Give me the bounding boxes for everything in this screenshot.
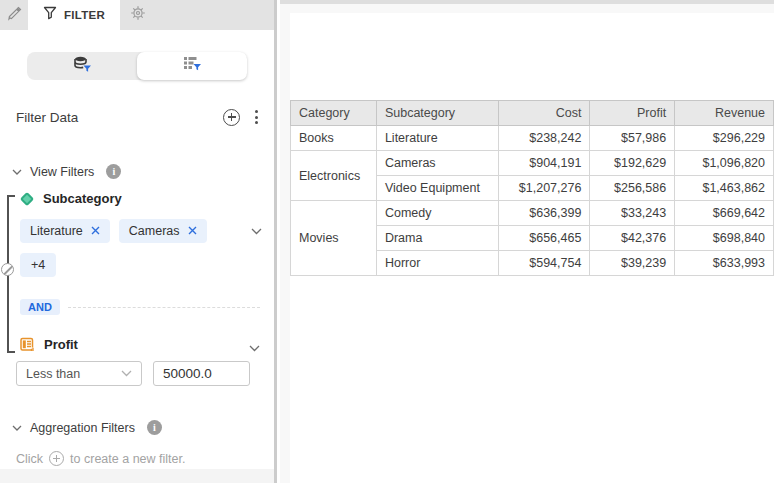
value-cell[interactable]: $238,242 — [498, 126, 590, 151]
dataset-filters-segment[interactable] — [27, 52, 137, 80]
aggregation-filters-header[interactable]: Aggregation Filters i — [0, 420, 274, 435]
pencil-icon — [7, 6, 22, 25]
dashboard-canvas: CategorySubcategoryCostProfitRevenue Boo… — [280, 0, 774, 483]
column-header[interactable]: Revenue — [675, 101, 774, 126]
chevron-down-icon — [12, 169, 22, 175]
view-filters-label: View Filters — [30, 165, 94, 179]
diamond-icon — [20, 191, 34, 205]
info-icon: i — [106, 164, 121, 179]
list-funnel-icon — [183, 56, 202, 76]
filter-scope-switch — [27, 52, 247, 80]
value-cell[interactable]: $42,376 — [590, 226, 675, 251]
widget-filters-segment[interactable] — [137, 52, 247, 80]
close-icon[interactable] — [91, 224, 100, 238]
column-header[interactable]: Category — [291, 101, 377, 126]
value-cell[interactable]: $1,096,820 — [675, 151, 774, 176]
chip-label: Cameras — [129, 224, 180, 238]
value-cell[interactable]: $57,986 — [590, 126, 675, 151]
column-header[interactable]: Subcategory — [376, 101, 498, 126]
info-icon: i — [147, 420, 162, 435]
value-cell[interactable]: $256,586 — [590, 176, 675, 201]
subcategory-cell[interactable]: Horror — [376, 251, 498, 276]
table-row: MoviesComedy$636,399$33,243$669,642 — [291, 201, 774, 226]
kebab-icon[interactable] — [253, 108, 260, 126]
chevron-down-icon — [12, 425, 22, 431]
hint-prefix: Click — [16, 452, 43, 466]
value-cell[interactable]: $39,239 — [590, 251, 675, 276]
tab-filter[interactable]: FILTER — [28, 0, 120, 30]
condition-select[interactable]: Less than — [16, 361, 142, 386]
subcategory-filter-header[interactable]: Subcategory — [20, 191, 262, 206]
chevron-down-icon[interactable] — [251, 228, 262, 235]
more-values-chip[interactable]: +4 — [20, 253, 56, 277]
category-cell[interactable]: Movies — [291, 201, 377, 276]
funnel-icon — [43, 6, 57, 24]
plus-circle-icon[interactable] — [49, 451, 64, 466]
tab-settings[interactable] — [120, 0, 156, 30]
value-cell[interactable]: $1,207,276 — [498, 176, 590, 201]
column-header[interactable]: Cost — [498, 101, 590, 126]
subcategory-chips: Literature Cameras — [20, 219, 262, 243]
value-cell[interactable]: $904,191 — [498, 151, 590, 176]
value-cell[interactable]: $633,993 — [675, 251, 774, 276]
value-cell[interactable]: $296,229 — [675, 126, 774, 151]
profit-filter-label: Profit — [44, 337, 78, 352]
filter-chip[interactable]: Cameras — [119, 219, 207, 243]
filter-value-input[interactable] — [153, 361, 250, 386]
table-header-row: CategorySubcategoryCostProfitRevenue — [291, 101, 774, 126]
filter-chip[interactable]: Literature — [20, 219, 110, 243]
chevron-down-icon — [121, 370, 132, 377]
aggregation-filters-label: Aggregation Filters — [30, 421, 135, 435]
filter-data-header: Filter Data — [0, 108, 274, 126]
database-funnel-icon — [73, 56, 92, 77]
table-widget[interactable]: CategorySubcategoryCostProfitRevenue Boo… — [290, 13, 774, 483]
column-header[interactable]: Profit — [590, 101, 675, 126]
view-filters-group: Subcategory Literature Cameras +4 — [0, 191, 274, 277]
value-cell[interactable]: $669,642 — [675, 201, 774, 226]
profit-filter: Profit — [0, 337, 274, 352]
gear-icon — [130, 5, 146, 25]
filter-sidebar: FILTER — [0, 0, 277, 483]
value-cell[interactable]: $698,840 — [675, 226, 774, 251]
data-table: CategorySubcategoryCostProfitRevenue Boo… — [290, 100, 774, 276]
value-cell[interactable]: $594,754 — [498, 251, 590, 276]
table-row: ElectronicsCameras$904,191$192,629$1,096… — [291, 151, 774, 176]
close-icon[interactable] — [188, 224, 197, 238]
value-cell[interactable]: $192,629 — [590, 151, 675, 176]
circle-slash-icon[interactable] — [1, 263, 14, 276]
sidebar-footer — [0, 469, 274, 483]
chevron-down-icon[interactable] — [249, 345, 260, 352]
filter-data-title: Filter Data — [16, 110, 78, 125]
value-cell[interactable]: $1,463,862 — [675, 176, 774, 201]
category-cell[interactable]: Books — [291, 126, 377, 151]
divider — [68, 307, 260, 308]
orange-table-icon — [20, 337, 35, 352]
view-filters-header[interactable]: View Filters i — [0, 164, 274, 179]
value-cell[interactable]: $636,399 — [498, 201, 590, 226]
value-cell[interactable]: $656,465 — [498, 226, 590, 251]
profit-filter-controls: Less than — [0, 361, 274, 386]
filter-operator-row: AND — [0, 299, 274, 315]
condition-select-value: Less than — [26, 367, 80, 381]
tab-edit[interactable] — [0, 0, 28, 30]
subcategory-cell[interactable]: Cameras — [376, 151, 498, 176]
subcategory-cell[interactable]: Drama — [376, 226, 498, 251]
subcategory-filter-label: Subcategory — [43, 191, 122, 206]
sidebar-tab-bar: FILTER — [0, 0, 274, 30]
plus-circle-icon[interactable] — [223, 109, 240, 126]
profit-filter-header[interactable]: Profit — [20, 337, 262, 352]
table-row: BooksLiterature$238,242$57,986$296,229 — [291, 126, 774, 151]
subcategory-cell[interactable]: Comedy — [376, 201, 498, 226]
subcategory-cell[interactable]: Video Equipment — [376, 176, 498, 201]
tab-filter-label: FILTER — [64, 9, 105, 21]
and-operator-badge[interactable]: AND — [20, 299, 60, 315]
category-cell[interactable]: Electronics — [291, 151, 377, 201]
hint-suffix: to create a new filter. — [70, 452, 185, 466]
canvas-top-edge — [280, 0, 774, 4]
create-filter-hint: Click to create a new filter. — [0, 451, 274, 466]
chip-label: Literature — [30, 224, 83, 238]
subcategory-cell[interactable]: Literature — [376, 126, 498, 151]
value-cell[interactable]: $33,243 — [590, 201, 675, 226]
